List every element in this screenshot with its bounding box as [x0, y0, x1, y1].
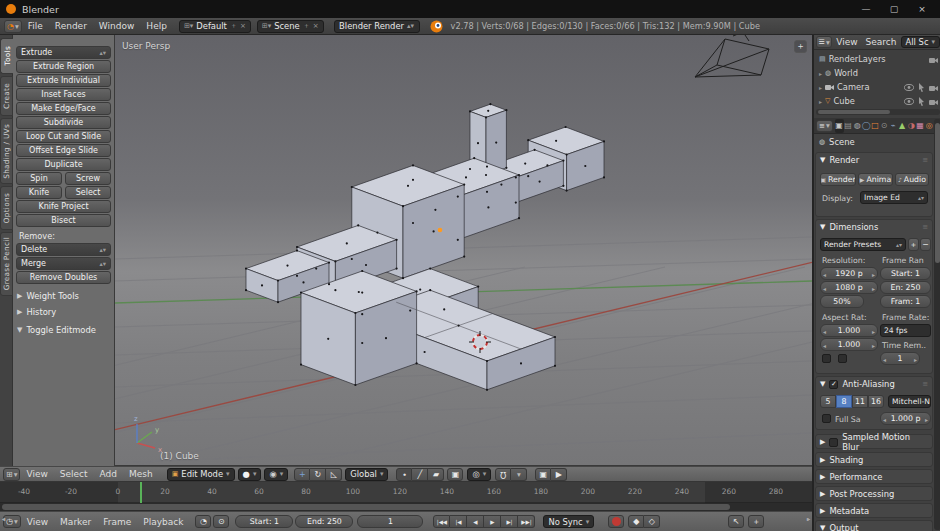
render-animation-button[interactable]: ▶Anima [858, 173, 893, 186]
aspect-x-field[interactable]: ◂1.000▸ [820, 324, 878, 337]
vertex-select-icon[interactable]: ∙ [396, 468, 412, 481]
extrude-individual-button[interactable]: Extrude Individual [16, 74, 111, 87]
make-edge-face-button[interactable]: Make Edge/Face [16, 102, 111, 115]
editor-type-outliner-icon[interactable]: ☰▾ [816, 36, 832, 48]
face-select-icon[interactable]: ▰ [428, 468, 444, 481]
snap-element-dropdown-icon[interactable]: ▾ [511, 468, 527, 481]
viewport-3d[interactable]: x y z User Persp (1) Cube ＋ [115, 35, 812, 466]
aspect-y-field[interactable]: ◂1.000▸ [820, 338, 878, 351]
menu-view3d-select[interactable]: Select [54, 469, 94, 479]
opengl-render-still-icon[interactable]: ▣ [535, 468, 551, 481]
delete-scene-icon[interactable]: × [313, 22, 319, 30]
weight-tools-panel-header[interactable]: ▶Weight Tools [17, 291, 79, 301]
timeline-hscroll-thumb[interactable] [2, 504, 730, 510]
mesh-object[interactable] [246, 104, 604, 390]
visibility-eye-icon[interactable] [904, 96, 914, 106]
tab-object-data[interactable]: ▲ [898, 119, 907, 133]
open-properties-region-icon[interactable]: ＋ [794, 40, 807, 53]
edge-select-icon[interactable]: ╱ [412, 468, 428, 481]
output-panel[interactable]: ▼Output [815, 520, 933, 531]
pivot-center-dropdown[interactable]: ◉▾ [264, 468, 288, 481]
merge-menu[interactable]: Merge▴▾ [16, 257, 111, 270]
inset-faces-button[interactable]: Inset Faces [16, 88, 111, 101]
properties-vscroll-thumb[interactable] [935, 123, 940, 263]
jump-to-start-icon[interactable]: |◀◀ [433, 515, 450, 528]
opengl-render-anim-icon[interactable]: ▶ [551, 468, 567, 481]
tab-texture[interactable]: ▦ [916, 119, 925, 133]
snap-magnet-icon[interactable]: Ω [495, 468, 511, 481]
editor-type-timeline-icon[interactable]: ◷▾ [3, 515, 21, 528]
extrude-menu-button[interactable]: Extrude▴▾ [16, 46, 111, 59]
screen-layout-selector[interactable]: ⊞▾ Default ＋ × [179, 20, 251, 33]
menu-timeline-view[interactable]: View [21, 517, 54, 527]
manipulator-scale-icon[interactable]: ◺ [326, 468, 342, 481]
tab-render[interactable]: ▣ [835, 119, 844, 133]
editor-type-3dview-icon[interactable]: ⊞▾ [3, 468, 20, 481]
outliner-scope-dropdown[interactable]: All Sc▾ [901, 36, 940, 48]
aa-samples-8-button[interactable]: 8 [836, 395, 852, 408]
viewport-shading-dropdown[interactable]: ●▾ [238, 468, 262, 481]
camera-object[interactable] [695, 35, 769, 77]
duplicate-button[interactable]: Duplicate [16, 158, 111, 171]
minimize-button[interactable]: — [854, 2, 878, 16]
preview-range-icon[interactable]: ◔ [195, 515, 211, 528]
tab-material[interactable]: ◑ [907, 119, 916, 133]
aa-samples-16-button[interactable]: 16 [868, 395, 884, 408]
toolshelf-tab-options[interactable]: Options [0, 186, 13, 230]
add-layout-icon[interactable]: ＋ [230, 21, 237, 31]
resolution-y-field[interactable]: ◂1080 p▸ [820, 281, 878, 294]
time-remap-field[interactable]: ◂1▸ [880, 352, 920, 365]
outliner-item-world[interactable]: ▸ ◍ World [814, 66, 940, 80]
cursor-tool-icon[interactable]: ↖ [728, 515, 744, 528]
frame-step-field[interactable]: Fram: 1 [880, 295, 931, 308]
subdivide-button[interactable]: Subdivide [16, 116, 111, 129]
render-button[interactable]: ▣Render [820, 173, 856, 186]
delete-layout-icon[interactable]: × [240, 22, 246, 30]
performance-panel[interactable]: ▶Performance [815, 469, 933, 484]
crop-checkbox[interactable] [838, 354, 847, 363]
toolshelf-tab-shading-uvs[interactable]: Shading / UVs [0, 118, 13, 184]
tab-modifiers[interactable]: ⌁ [889, 119, 898, 133]
menu-help[interactable]: Help [140, 21, 173, 31]
viewport-canvas[interactable]: x y z [115, 35, 812, 466]
remove-doubles-button[interactable]: Remove Doubles [16, 271, 111, 284]
delete-menu[interactable]: Delete▴▾ [16, 243, 111, 256]
menu-timeline-playback[interactable]: Playback [137, 517, 189, 527]
current-frame-cursor[interactable] [140, 482, 142, 503]
render-presets-dropdown[interactable]: Render Presets▴▾ [820, 238, 906, 251]
properties-vscrollbar[interactable] [934, 119, 940, 530]
outliner-item-cube[interactable]: ▸ ▽ Cube [814, 94, 940, 108]
editor-type-properties-icon[interactable]: ≡▾ [816, 120, 833, 132]
selectability-cursor-icon[interactable] [916, 96, 926, 106]
manipulator-translate-icon[interactable]: + [294, 468, 310, 481]
full-sample-checkbox[interactable] [822, 414, 831, 423]
prev-keyframe-icon[interactable]: |◀ [450, 515, 467, 528]
outliner-hscrollbar[interactable] [816, 109, 940, 115]
tab-constraints[interactable]: ⊙ [880, 119, 889, 133]
mode-dropdown[interactable]: ▣Edit Mode▾ [167, 468, 235, 481]
move-tool-icon[interactable]: ＋ [748, 515, 764, 528]
toolshelf-tab-grease-pencil[interactable]: Grease Pencil [0, 232, 13, 296]
sampled-motion-blur-panel[interactable]: ▶Sampled Motion Blur [815, 434, 933, 449]
menu-file[interactable]: File [22, 21, 49, 31]
manipulator-rotate-icon[interactable]: ↻ [310, 468, 326, 481]
play-reverse-icon[interactable]: ◀ [467, 515, 484, 528]
metadata-panel[interactable]: ▶Metadata [815, 503, 933, 518]
jump-to-end-icon[interactable]: ▶▶| [518, 515, 535, 528]
offset-edge-slide-button[interactable]: Offset Edge Slide [16, 144, 111, 157]
dimensions-panel-header[interactable]: ▼Dimensions≡ [816, 220, 932, 234]
tab-physics[interactable]: ◎ [925, 119, 934, 133]
shading-panel[interactable]: ▶Shading [815, 452, 933, 467]
resolution-percentage-field[interactable]: 50% [820, 295, 864, 308]
toolshelf-tab-create[interactable]: Create [0, 76, 13, 116]
screw-button[interactable]: Screw [65, 172, 111, 185]
history-panel-header[interactable]: ▶History [17, 307, 56, 317]
timeline-hscrollbar[interactable] [0, 503, 812, 511]
spin-button[interactable]: Spin [16, 172, 62, 185]
proportional-edit-dropdown[interactable]: ◎▾ [467, 468, 491, 481]
frame-start-field[interactable]: Start: 1 [880, 267, 931, 280]
keying-set-icon[interactable]: ◆ [628, 515, 644, 528]
pixel-filter-size-field[interactable]: ◂1.000 p▸ [880, 412, 931, 425]
occlude-geometry-icon[interactable]: ▣ [447, 468, 463, 481]
aa-samples-5-button[interactable]: 5 [820, 395, 836, 408]
